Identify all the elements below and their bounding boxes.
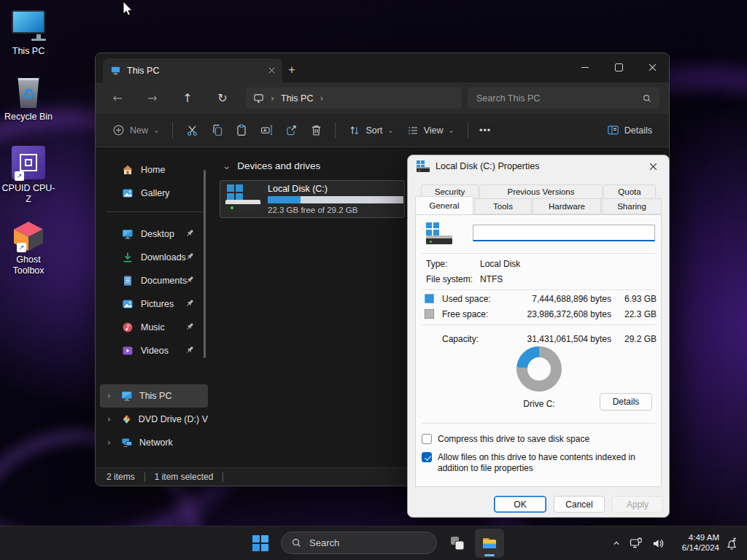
pin-icon: [185, 345, 195, 355]
search-input[interactable]: [475, 93, 642, 104]
item-count: 2 items: [107, 472, 135, 482]
sidebar-item-network[interactable]: › Network: [100, 431, 208, 454]
desktop-icon-this-pc[interactable]: This PC: [0, 6, 57, 57]
maximize-button[interactable]: [602, 53, 635, 81]
search-icon: [291, 537, 302, 548]
desktop-icon-cpuz[interactable]: ↗ CPUID CPU-Z: [0, 143, 57, 205]
forward-button[interactable]: →: [141, 87, 164, 109]
checkbox-checked[interactable]: [422, 452, 432, 462]
tab-sharing[interactable]: Sharing: [602, 198, 662, 214]
back-button[interactable]: ←: [106, 87, 129, 109]
sidebar-item-home[interactable]: Home: [96, 158, 212, 182]
share-button[interactable]: [279, 118, 303, 143]
plus-circle-icon: [112, 124, 125, 136]
tray-overflow-button[interactable]: [607, 532, 626, 554]
tab-tools[interactable]: Tools: [474, 198, 532, 214]
sidebar-scrollbar[interactable]: [204, 170, 206, 358]
breadcrumb-this-pc[interactable]: This PC: [281, 93, 313, 104]
tray-date: 6/14/2024: [668, 542, 719, 553]
start-button[interactable]: [246, 529, 275, 558]
tab-general[interactable]: General: [415, 196, 473, 214]
new-tab-button[interactable]: +: [282, 61, 301, 79]
chevron-right-icon[interactable]: ›: [107, 391, 115, 401]
mouse-cursor: [119, 0, 133, 18]
rename-button[interactable]: [254, 118, 279, 143]
desktop-icon-label: Ghost Toolbox: [0, 254, 57, 276]
refresh-button[interactable]: ↻: [211, 87, 234, 109]
chevron-right-icon[interactable]: ›: [107, 438, 115, 448]
sidebar-item-this-pc[interactable]: › This PC: [100, 384, 208, 408]
downloads-icon: [122, 252, 133, 263]
up-button[interactable]: ↑: [176, 87, 199, 109]
local-disk-c-item[interactable]: Local Disk (C:) 22.3 GB free of 29.2 GB: [220, 180, 405, 218]
sidebar-item-gallery[interactable]: Gallery: [96, 182, 212, 205]
cut-button[interactable]: [179, 118, 204, 143]
view-button[interactable]: View ⌄: [400, 118, 461, 143]
sort-icon: [349, 125, 360, 136]
sidebar-label: Network: [139, 438, 173, 448]
trash-icon: [310, 124, 322, 136]
notification-bell-button[interactable]: [721, 532, 743, 554]
explorer-titlebar[interactable]: This PC +: [96, 53, 669, 82]
copy-button[interactable]: [204, 118, 229, 143]
chevron-right-icon[interactable]: ›: [107, 414, 115, 424]
close-button[interactable]: [635, 53, 669, 81]
tab-close-icon[interactable]: [268, 67, 275, 74]
sidebar-item-desktop[interactable]: Desktop: [96, 222, 212, 246]
sort-button[interactable]: Sort ⌄: [342, 118, 400, 143]
drive-usage-bar: [268, 196, 403, 203]
drive-free-text: 22.3 GB free of 29.2 GB: [268, 206, 399, 214]
tab-quota[interactable]: Quota: [603, 184, 656, 199]
details-pane-button[interactable]: Details: [600, 118, 659, 143]
this-pc-tab-icon: [110, 65, 121, 76]
compress-checkbox-row[interactable]: Compress this drive to save disk space: [422, 434, 589, 445]
separator: [422, 423, 655, 424]
sidebar-item-music[interactable]: Music: [96, 316, 212, 339]
minimize-button[interactable]: [568, 53, 602, 81]
taskbar-search[interactable]: Search: [281, 532, 437, 554]
tab-hardware[interactable]: Hardware: [533, 198, 601, 214]
sidebar-item-pictures[interactable]: Pictures: [96, 292, 212, 316]
toolbar-divider: [468, 122, 468, 139]
ok-button[interactable]: OK: [494, 496, 546, 513]
section-header-devices[interactable]: ⌄ Devices and drives: [222, 160, 406, 171]
volume-tray-button[interactable]: [648, 532, 668, 554]
dialog-close-button[interactable]: [637, 155, 669, 177]
breadcrumb[interactable]: › This PC ›: [246, 88, 462, 109]
chevron-down-icon[interactable]: ⌄: [222, 160, 231, 171]
desktop-icon-recycle-bin[interactable]: ♻ Recycle Bin: [0, 71, 57, 122]
explorer-tab[interactable]: This PC: [103, 58, 282, 82]
dialog-titlebar[interactable]: Local Disk (C:) Properties: [408, 155, 669, 177]
drive-usage-fill: [268, 196, 301, 203]
paste-button[interactable]: [229, 118, 254, 143]
details-button[interactable]: Details: [600, 393, 652, 411]
desktop-icon-label: Recycle Bin: [0, 112, 57, 122]
delete-button[interactable]: [303, 118, 328, 143]
general-tab-page: Type: Local Disk File system: NTFS Used …: [415, 214, 662, 487]
sidebar-item-videos[interactable]: Videos: [96, 339, 212, 362]
checkbox-unchecked[interactable]: [422, 434, 432, 444]
file-explorer-taskbar-button[interactable]: [475, 529, 504, 558]
tab-title: This PC: [127, 66, 263, 76]
sidebar-item-dvd-drive[interactable]: › DVD Drive (D:) V: [100, 408, 208, 431]
taskbar-clock[interactable]: 4:49 AM 6/14/2024: [668, 532, 719, 554]
volume-label-input[interactable]: [473, 225, 655, 241]
desktop-icon: [122, 228, 133, 240]
task-view-icon: [449, 535, 465, 551]
rename-icon: [260, 124, 273, 136]
index-checkbox-row[interactable]: Allow files on this drive to have conten…: [422, 452, 655, 473]
sidebar-item-downloads[interactable]: Downloads: [96, 246, 212, 269]
more-options-button[interactable]: •••: [475, 118, 495, 143]
apply-button[interactable]: Apply: [612, 496, 663, 513]
network-tray-button[interactable]: [626, 532, 646, 554]
cancel-button[interactable]: Cancel: [554, 496, 605, 513]
chevron-down-icon: ⌄: [449, 126, 454, 134]
windows-logo-icon: [252, 535, 268, 551]
sidebar-item-documents[interactable]: Documents: [96, 269, 212, 292]
new-button[interactable]: New ⌄: [106, 118, 166, 143]
search-box[interactable]: [468, 88, 659, 109]
status-divider: [144, 472, 145, 482]
task-view-button[interactable]: [443, 529, 472, 558]
tab-previous-versions[interactable]: Previous Versions: [479, 184, 603, 199]
desktop-icon-ghost-toolbox[interactable]: ↗ Ghost Toolbox: [0, 214, 57, 276]
